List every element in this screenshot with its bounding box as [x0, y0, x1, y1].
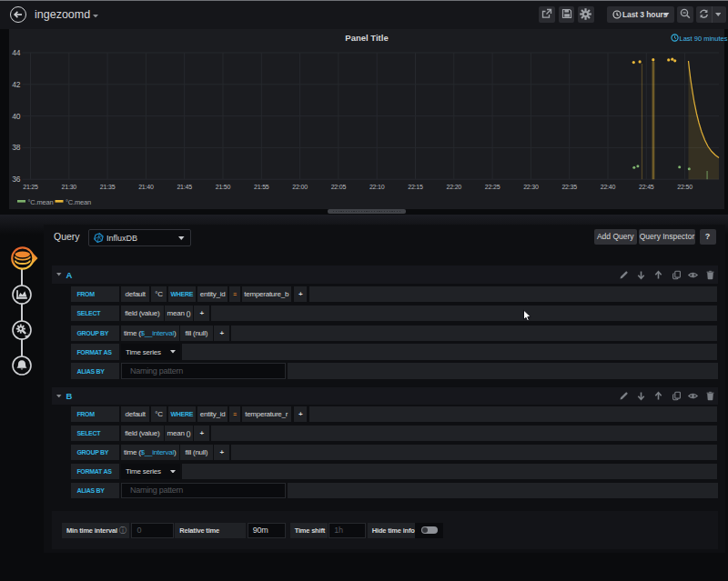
svg-text:22:50: 22:50	[677, 184, 693, 190]
svg-text:22:05: 22:05	[331, 184, 347, 190]
svg-text:22:25: 22:25	[485, 184, 500, 190]
svg-text:22:45: 22:45	[639, 184, 654, 190]
svg-text:21:25: 21:25	[23, 184, 38, 190]
svg-text:°C.mean: °C.mean	[66, 198, 91, 206]
svg-text:22:10: 22:10	[369, 184, 385, 190]
svg-text:38: 38	[12, 143, 20, 152]
svg-text:40: 40	[12, 112, 20, 121]
svg-text:42: 42	[12, 80, 20, 89]
svg-text:21:50: 21:50	[216, 184, 231, 190]
svg-text:21:55: 21:55	[254, 184, 269, 190]
svg-text:21:35: 21:35	[100, 184, 116, 190]
svg-text:21:40: 21:40	[138, 184, 154, 190]
svg-text:°C.mean: °C.mean	[28, 198, 54, 206]
svg-text:36: 36	[12, 175, 20, 184]
svg-text:22:20: 22:20	[447, 184, 462, 190]
svg-text:22:40: 22:40	[601, 184, 616, 190]
svg-text:22:30: 22:30	[523, 184, 539, 190]
svg-text:22:35: 22:35	[561, 184, 577, 190]
svg-text:22:15: 22:15	[408, 184, 423, 190]
svg-text:22:00: 22:00	[292, 184, 308, 190]
svg-text:44: 44	[12, 48, 20, 57]
svg-text:21:45: 21:45	[177, 184, 192, 190]
svg-text:21:30: 21:30	[62, 184, 77, 190]
